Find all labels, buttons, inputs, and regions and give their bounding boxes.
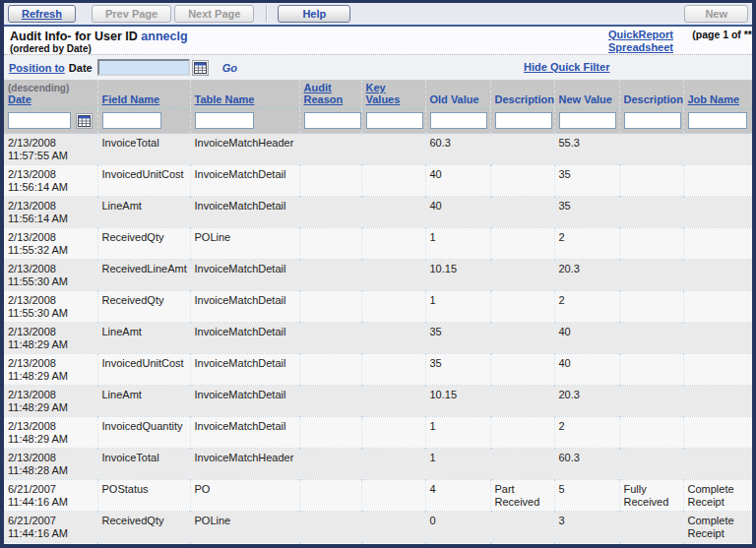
date-filter-input[interactable]	[8, 112, 71, 129]
cell-date: 2/13/200811:48:29 AM	[4, 386, 97, 417]
cell-job-name	[683, 323, 752, 354]
cell-old-value: 1	[425, 291, 490, 323]
cell-audit-reason	[299, 291, 361, 323]
cell-key-values	[361, 512, 425, 543]
cell-table-name: InvoiceMatchHeader	[190, 134, 299, 165]
cell-table-name: InvoiceMatchDetail	[190, 291, 299, 323]
cell-new-value: 55.3	[554, 134, 619, 165]
hide-quick-filter-link[interactable]: Hide Quick Filter	[524, 61, 609, 73]
filter-cell-job-name	[683, 109, 752, 134]
quick-report-link[interactable]: QuickReport	[608, 29, 673, 41]
position-date-input[interactable]	[97, 59, 190, 76]
calendar-icon[interactable]	[192, 60, 209, 76]
sort-field-name-link[interactable]: Field Name	[102, 93, 160, 105]
cell-new-value: 2	[554, 228, 619, 260]
table-name-filter-input[interactable]	[195, 112, 254, 129]
cell-job-name	[683, 134, 752, 165]
cell-old-value: 10.15	[425, 260, 490, 291]
cell-old-description	[490, 512, 554, 543]
cell-date: 2/13/200811:48:29 AM	[4, 417, 97, 449]
new-button[interactable]: New	[684, 5, 748, 23]
field-name-filter-input[interactable]	[102, 112, 161, 129]
table-row: 6/21/200711:44:16 AMPOStatusPO4Part Rece…	[4, 480, 752, 512]
cell-key-values	[361, 449, 425, 480]
cell-audit-reason	[299, 134, 361, 165]
cell-new-value: 20.3	[554, 386, 619, 417]
cell-new-value: 2	[554, 291, 619, 323]
sort-audit-reason-link[interactable]: Audit Reason	[304, 82, 344, 105]
toolbar: Refresh Prev Page Next Page Help New	[4, 3, 752, 27]
cell-new-description	[619, 291, 683, 323]
cell-old-value: 1	[425, 543, 490, 548]
audit-table: (descending) Date Field Name Table Name …	[4, 80, 753, 548]
refresh-button[interactable]: Refresh	[8, 5, 76, 23]
cell-new-description	[619, 354, 683, 386]
cell-new-value: 5	[554, 480, 619, 512]
cell-date: 6/21/200711:44:16 AM	[4, 512, 97, 543]
help-button[interactable]: Help	[278, 5, 350, 23]
position-to-link[interactable]: Position to	[9, 62, 65, 74]
col-header-table-name: Table Name	[190, 80, 299, 109]
cell-job-name: Complete Receipt	[683, 512, 752, 543]
key-values-filter-input[interactable]	[366, 112, 423, 129]
date-filter-calendar-icon[interactable]	[76, 113, 93, 129]
cell-new-description	[619, 512, 683, 543]
cell-table-name: InvoiceMatchDetail	[190, 386, 299, 417]
cell-old-description	[490, 449, 554, 480]
cell-job-name: Complete Receipt	[683, 480, 752, 512]
cell-table-name: PO	[190, 480, 299, 512]
filter-cell-new-description	[619, 109, 683, 134]
cell-job-name	[683, 417, 752, 449]
old-description-filter-input[interactable]	[495, 112, 552, 129]
filter-cell-key-values	[361, 109, 425, 134]
cell-new-value: 60.3	[554, 449, 619, 480]
spreadsheet-link[interactable]: Spreadsheet	[608, 41, 673, 54]
cell-key-values	[361, 134, 425, 165]
table-row: 2/13/200811:48:29 AMInvoicedQuantityInvo…	[4, 417, 752, 449]
report-links: QuickReport Spreadsheet	[608, 29, 673, 54]
cell-key-values	[361, 260, 425, 291]
old-value-label: Old Value	[430, 93, 479, 105]
position-field-label: Date	[69, 62, 93, 74]
cell-audit-reason	[299, 386, 361, 417]
cell-field-name: InvoiceTotal	[97, 134, 190, 165]
cell-date: 6/21/200711:44:16 AM	[4, 480, 97, 512]
go-link[interactable]: Go	[222, 62, 237, 74]
old-description-label: Description	[495, 93, 555, 105]
sort-job-name-link[interactable]: Job Name	[688, 93, 740, 105]
col-header-key-values: Key Values	[361, 80, 425, 109]
cell-table-name: POLine	[190, 228, 299, 260]
table-row: 2/13/200811:48:29 AMLineAmtInvoiceMatchD…	[4, 323, 752, 354]
cell-old-value: 35	[425, 323, 490, 354]
cell-audit-reason	[299, 323, 361, 354]
cell-old-description	[490, 197, 554, 228]
sort-date-link[interactable]: Date	[8, 93, 32, 105]
cell-old-value: 40	[425, 197, 490, 228]
cell-old-description: Part Received	[490, 480, 554, 512]
table-row: 2/13/200811:55:30 AMReceivedLineAmtInvoi…	[4, 260, 752, 291]
cell-new-value: 35	[554, 197, 619, 228]
next-page-button[interactable]: Next Page	[174, 5, 254, 23]
prev-page-button[interactable]: Prev Page	[92, 5, 171, 23]
cell-audit-reason	[299, 165, 361, 197]
table-row: 6/21/200711:44:16 AMReceivingStatusPOLin…	[4, 543, 752, 548]
cell-field-name: LineAmt	[97, 197, 190, 228]
old-value-filter-input[interactable]	[430, 112, 487, 129]
cell-old-value: 4	[425, 480, 490, 512]
cell-job-name	[683, 291, 752, 323]
cell-old-value: 1	[425, 449, 490, 480]
sort-key-values-link[interactable]: Key Values	[366, 82, 401, 105]
cell-old-value: 40	[425, 165, 490, 197]
cell-new-value: 3	[554, 543, 619, 548]
audit-reason-filter-input[interactable]	[304, 112, 361, 129]
job-name-filter-input[interactable]	[688, 112, 747, 129]
cell-key-values	[361, 197, 425, 228]
col-header-field-name: Field Name	[97, 80, 190, 109]
sort-table-name-link[interactable]: Table Name	[195, 93, 255, 105]
cell-new-description	[619, 197, 683, 228]
filter-cell-audit-reason	[299, 109, 361, 134]
cell-field-name: POStatus	[97, 480, 190, 512]
new-value-filter-input[interactable]	[559, 112, 616, 129]
new-description-filter-input[interactable]	[624, 112, 681, 129]
cell-key-values	[361, 323, 425, 354]
